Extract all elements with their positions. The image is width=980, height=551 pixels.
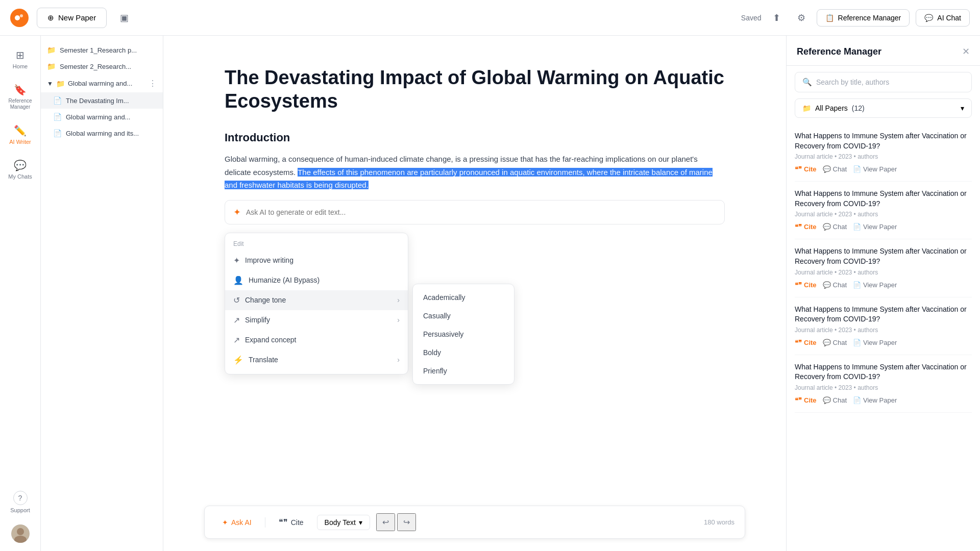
- ai-writer-icon: ✏️: [14, 124, 27, 137]
- doc-icon: 📄: [853, 339, 861, 346]
- chat-label: Chat: [833, 396, 847, 404]
- all-papers-label: All Papers (12): [815, 104, 865, 112]
- ref-item-3: What Happens to Immune System after Vacc…: [795, 239, 972, 297]
- ref-meta-4: Journal article • 2023 • authors: [795, 327, 972, 334]
- menu-item-left: ⚡ Translate: [233, 355, 278, 365]
- file-label-global2: Global warming and...: [66, 113, 130, 121]
- ask-ai-button[interactable]: ✦ Ask AI: [215, 515, 259, 530]
- cite-action-4[interactable]: ❝❞ Cite: [795, 338, 817, 347]
- all-papers-label-wrapper: 📁 All Papers (12): [802, 104, 865, 112]
- menu-item-left: ↗ Simplify: [233, 315, 270, 325]
- file-item-global-warming[interactable]: ▼ 📁 Global warming and... ⋮: [41, 74, 163, 92]
- intro-text-highlighted: The effects of this phenomenon are parti…: [225, 168, 713, 190]
- ai-chat-label: AI Chat: [937, 14, 961, 22]
- cite-action-1[interactable]: ❝❞ Cite: [795, 164, 817, 174]
- menu-item-change-tone[interactable]: ↺ Change tone ›: [225, 290, 408, 310]
- view-paper-action-5[interactable]: 📄 View Paper: [853, 395, 897, 405]
- sidebar-item-ai-writer[interactable]: ✏️ AI Writer: [3, 119, 38, 150]
- ref-title-5: What Happens to Immune System after Vacc…: [795, 362, 972, 382]
- ai-prompt-input[interactable]: [246, 208, 716, 216]
- simplify-label: Simplify: [245, 316, 270, 324]
- file-item-semester2[interactable]: 📁 Semester 2_Research...: [41, 58, 163, 74]
- file-label-global: Global warming and...: [68, 80, 132, 87]
- view-paper-action-4[interactable]: 📄 View Paper: [853, 338, 897, 347]
- ref-actions-4: ❝❞ Cite 💬 Chat 📄 View Paper: [795, 338, 972, 347]
- chat-icon: 💬: [823, 281, 831, 289]
- chevron-down-icon: ▾: [359, 518, 362, 527]
- chat-icon: 💬: [924, 14, 933, 22]
- view-paper-label: View Paper: [863, 165, 897, 173]
- tone-item-prienfly[interactable]: Prienfly: [413, 362, 514, 380]
- upload-button[interactable]: ⬆: [768, 9, 786, 27]
- menu-item-humanize[interactable]: 👤 Humanize (AI Bypass): [225, 270, 408, 290]
- file-item-semester1[interactable]: 📁 Semester 1_Research p...: [41, 42, 163, 58]
- body-text-button[interactable]: Body Text ▾: [317, 515, 370, 530]
- editor-area[interactable]: The Devastating Impact of Global Warming…: [163, 36, 786, 425]
- undo-button[interactable]: ↩: [376, 513, 395, 531]
- layout-toggle-button[interactable]: ▣: [115, 9, 133, 27]
- avatar[interactable]: [11, 524, 30, 543]
- ref-search-input[interactable]: [816, 78, 964, 86]
- cite-label: Cite: [804, 165, 817, 173]
- chat-action-1[interactable]: 💬 Chat: [823, 164, 847, 174]
- more-icon[interactable]: ⋮: [149, 79, 157, 88]
- chat-action-5[interactable]: 💬 Chat: [823, 395, 847, 405]
- ai-prompt-bar[interactable]: ✦: [225, 200, 725, 224]
- cite-label: Cite: [804, 281, 817, 289]
- change-tone-label: Change tone: [245, 296, 286, 304]
- cite-action-3[interactable]: ❝❞ Cite: [795, 280, 817, 290]
- sparkle-icon: ✦: [233, 256, 240, 265]
- body-text-label: Body Text: [325, 518, 356, 527]
- sidebar-item-support[interactable]: ? Support: [3, 486, 38, 518]
- undo-redo: ↩ ↪: [376, 513, 416, 531]
- doc-icon: 📄: [853, 165, 861, 173]
- folder-icon-sm: 📁: [56, 80, 65, 88]
- file-item-devastating[interactable]: 📄 The Devastating Im...: [41, 92, 163, 109]
- cite-action-2[interactable]: ❝❞ Cite: [795, 222, 817, 232]
- ref-search[interactable]: 🔍: [795, 72, 972, 92]
- sidebar-item-reference-manager[interactable]: 🔖 Reference Manager: [3, 79, 38, 115]
- cite-button[interactable]: ❝❞ Cite: [272, 514, 311, 530]
- menu-item-translate[interactable]: ⚡ Translate ›: [225, 350, 408, 370]
- quote-icon: ❝❞: [795, 339, 802, 346]
- new-paper-button[interactable]: ⊕ New Paper: [37, 8, 107, 28]
- all-papers-select[interactable]: 📁 All Papers (12) ▾: [795, 98, 972, 118]
- tone-item-persuasively[interactable]: Persuasively: [413, 325, 514, 343]
- tone-item-boldy[interactable]: Boldy: [413, 343, 514, 362]
- view-paper-action-2[interactable]: 📄 View Paper: [853, 222, 897, 232]
- file-item-global3[interactable]: 📄 Global warming and its...: [41, 125, 163, 141]
- doc-icon: 📄: [853, 223, 861, 231]
- close-ref-panel-button[interactable]: ✕: [962, 46, 970, 57]
- intro-heading: Introduction: [225, 131, 725, 144]
- tone-item-academically[interactable]: Academically: [413, 288, 514, 307]
- chat-label: Chat: [833, 281, 847, 289]
- file-item-global2[interactable]: 📄 Global warming and...: [41, 109, 163, 125]
- ai-chat-button[interactable]: 💬 AI Chat: [916, 9, 970, 27]
- cite-action-5[interactable]: ❝❞ Cite: [795, 395, 817, 405]
- ref-title-4: What Happens to Immune System after Vacc…: [795, 305, 972, 324]
- ref-item-5: What Happens to Immune System after Vacc…: [795, 355, 972, 413]
- tone-item-casually[interactable]: Casually: [413, 307, 514, 325]
- menu-item-expand-concept[interactable]: ↗ Expand concept: [225, 330, 408, 350]
- sidebar-item-home[interactable]: ⊞ Home: [3, 44, 38, 74]
- file-tree: 📁 Semester 1_Research p... 📁 Semester 2_…: [41, 36, 163, 551]
- view-paper-action-3[interactable]: 📄 View Paper: [853, 280, 897, 290]
- ref-manager-label: Reference Manager: [838, 14, 901, 22]
- ref-title-2: What Happens to Immune System after Vacc…: [795, 189, 972, 209]
- redo-button[interactable]: ↪: [397, 513, 416, 531]
- chat-action-2[interactable]: 💬 Chat: [823, 222, 847, 232]
- reference-manager-button[interactable]: 📋 Reference Manager: [817, 9, 910, 27]
- chat-action-4[interactable]: 💬 Chat: [823, 338, 847, 347]
- view-paper-action-1[interactable]: 📄 View Paper: [853, 164, 897, 174]
- ref-panel-header: Reference Manager ✕: [787, 36, 980, 66]
- menu-item-left: ↺ Change tone: [233, 295, 286, 305]
- humanize-label: Humanize (AI Bypass): [249, 276, 320, 284]
- chat-action-3[interactable]: 💬 Chat: [823, 280, 847, 290]
- settings-button[interactable]: ⚙: [792, 9, 811, 27]
- menu-item-simplify[interactable]: ↗ Simplify ›: [225, 310, 408, 330]
- refresh-icon: ↺: [233, 295, 240, 305]
- ref-actions-2: ❝❞ Cite 💬 Chat 📄 View Paper: [795, 222, 972, 232]
- topbar-left: ⊕ New Paper ▣: [10, 8, 133, 28]
- sidebar-item-my-chats[interactable]: 💬 My Chats: [3, 154, 38, 185]
- menu-item-improve-writing[interactable]: ✦ Improve writing: [225, 251, 408, 270]
